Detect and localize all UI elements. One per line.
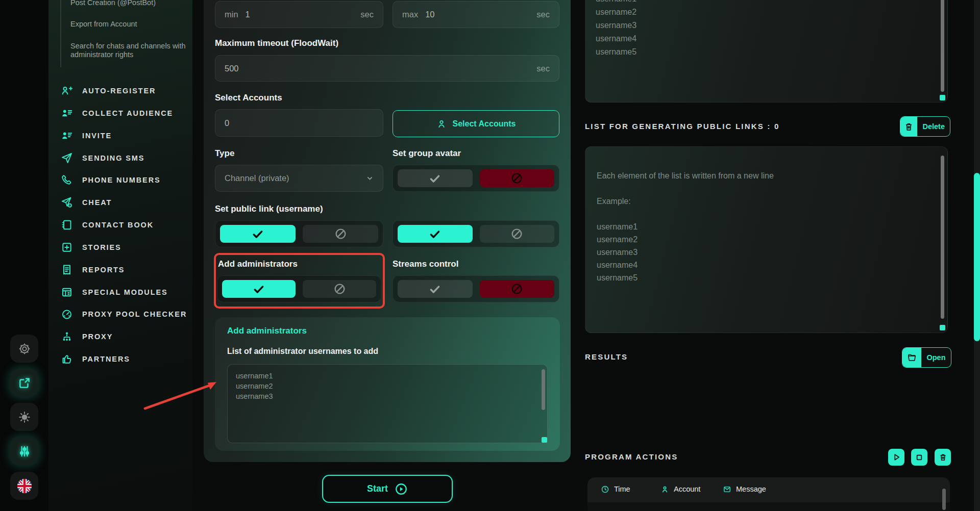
sidebar-item-label: INVITE <box>82 132 112 140</box>
sidebar-item-label: AUTO-REGISTER <box>82 87 156 95</box>
table-scrollbar[interactable] <box>942 489 946 510</box>
trash-icon <box>939 453 947 462</box>
external-link-icon <box>18 376 31 390</box>
start-button[interactable]: Start <box>322 475 453 503</box>
stop-button[interactable] <box>911 449 927 466</box>
sidebar-item-label: PROXY POOL CHECKER <box>82 310 187 318</box>
max-unit: sec <box>536 10 550 19</box>
check-icon <box>252 283 265 296</box>
toggle-yes-segment[interactable] <box>220 225 296 243</box>
sidebar-item-label: PARTNERS <box>82 355 130 363</box>
select-accounts-button[interactable]: Select Accounts <box>393 110 559 137</box>
theme-button[interactable] <box>10 403 38 431</box>
streams-control-toggle[interactable] <box>393 275 559 302</box>
sidebar-subitem-search-admin-rights[interactable]: Search for chats and channels with admin… <box>70 42 187 59</box>
select-accounts-button-label: Select Accounts <box>453 119 516 129</box>
table-column-time[interactable]: Time <box>601 482 630 496</box>
min-delay-input[interactable]: min 1 sec <box>215 1 383 28</box>
block-icon <box>334 227 347 240</box>
toggle-no-segment[interactable] <box>480 280 555 298</box>
toggle-yes-segment[interactable] <box>398 225 473 243</box>
toggle-no-segment[interactable] <box>480 169 555 187</box>
check-icon <box>251 227 264 241</box>
public-link-right-toggle[interactable] <box>393 220 559 247</box>
results-header: RESULTS <box>585 352 628 361</box>
table-column-message[interactable]: Message <box>723 482 766 496</box>
textarea-scrollbar[interactable] <box>941 156 944 319</box>
type-select-value: Channel (private) <box>225 173 289 183</box>
delete-list-button[interactable]: Delete <box>900 116 950 137</box>
add-admins-panel-title: Add administrators <box>227 326 307 336</box>
equalizer-button[interactable] <box>10 437 38 465</box>
language-button[interactable] <box>10 472 38 500</box>
resize-handle-icon[interactable] <box>542 437 547 443</box>
gauge-icon <box>60 308 74 321</box>
toggle-no-segment[interactable] <box>303 280 376 298</box>
receipt-icon <box>60 263 74 276</box>
settings-button[interactable] <box>10 335 38 363</box>
icon-rail <box>0 0 48 511</box>
group-avatar-toggle[interactable] <box>393 165 559 192</box>
open-button-label: Open <box>921 348 951 367</box>
sidebar-subitem-export-from-account[interactable]: Export from Account <box>70 20 187 29</box>
textarea-scrollbar[interactable] <box>542 369 545 410</box>
sidebar-item-label: PHONE NUMBERS <box>82 176 161 184</box>
log-table: Time Account Message <box>587 477 950 511</box>
links-list-textarea[interactable]: Each element of the list is written from… <box>585 146 948 333</box>
trash-icon <box>900 117 917 136</box>
add-admins-toggle[interactable] <box>217 275 381 302</box>
paper-plane-icon <box>60 151 74 165</box>
max-delay-input[interactable]: max 10 sec <box>393 1 559 28</box>
group-avatar-label: Set group avatar <box>393 148 461 159</box>
open-results-button[interactable]: Open <box>902 347 951 368</box>
max-value: 10 <box>425 10 434 19</box>
page-scrollbar-thumb[interactable] <box>974 173 980 341</box>
toggle-no-segment[interactable] <box>480 225 555 243</box>
app-screen: Post Creation (@PostBot) Export from Acc… <box>0 0 980 511</box>
sidebar-subitem-post-creation[interactable]: Post Creation (@PostBot) <box>70 0 187 7</box>
user-list-icon <box>60 129 74 142</box>
add-admins-label: Add administrators <box>218 259 298 269</box>
person-icon <box>436 119 447 129</box>
textarea-scrollbar[interactable] <box>941 0 944 92</box>
table-column-label: Message <box>736 485 766 493</box>
block-icon <box>333 283 346 295</box>
streams-control-label: Streams control <box>393 259 458 269</box>
toggle-yes-segment[interactable] <box>222 280 296 298</box>
type-label: Type <box>215 148 234 159</box>
resize-handle-icon[interactable] <box>940 95 945 100</box>
start-button-label: Start <box>367 483 388 494</box>
max-prefix: max <box>402 10 418 19</box>
play-icon <box>892 453 901 462</box>
accounts-count-value: 0 <box>225 118 229 128</box>
toggle-no-segment[interactable] <box>303 225 378 243</box>
admin-usernames-label: List of administrator usernames to add <box>227 347 378 356</box>
accounts-list-textarea[interactable]: username1 username2 username3 username4 … <box>585 0 948 103</box>
check-icon <box>428 172 442 185</box>
resize-handle-icon[interactable] <box>940 325 945 330</box>
users-icon <box>60 107 74 120</box>
block-icon <box>510 283 523 295</box>
news-icon <box>60 286 74 299</box>
table-column-account[interactable]: Account <box>660 482 700 496</box>
accounts-count-input[interactable]: 0 <box>215 109 383 137</box>
delete-button-label: Delete <box>917 117 950 136</box>
type-select[interactable]: Channel (private) <box>215 165 383 192</box>
timeout-input[interactable]: 500 sec <box>215 55 559 82</box>
sidebar-item-label: SPECIAL MODULES <box>82 288 168 296</box>
gear-icon <box>18 342 31 355</box>
external-window-button[interactable] <box>10 369 38 397</box>
play-button[interactable] <box>888 449 904 466</box>
sidebar-item-label: STORIES <box>82 243 121 251</box>
toggle-yes-segment[interactable] <box>398 169 473 187</box>
sidebar: Post Creation (@PostBot) Export from Acc… <box>48 0 192 511</box>
program-actions-header: PROGRAM ACTIONS <box>585 452 678 461</box>
block-icon <box>510 172 523 185</box>
clock-icon <box>601 485 609 494</box>
clear-log-button[interactable] <box>935 449 951 466</box>
person-icon <box>660 485 669 494</box>
admin-usernames-textarea[interactable]: username1 username2 username3 <box>227 364 548 443</box>
public-link-toggle[interactable] <box>215 220 383 247</box>
chevron-down-icon <box>366 174 374 182</box>
toggle-yes-segment[interactable] <box>398 280 473 298</box>
